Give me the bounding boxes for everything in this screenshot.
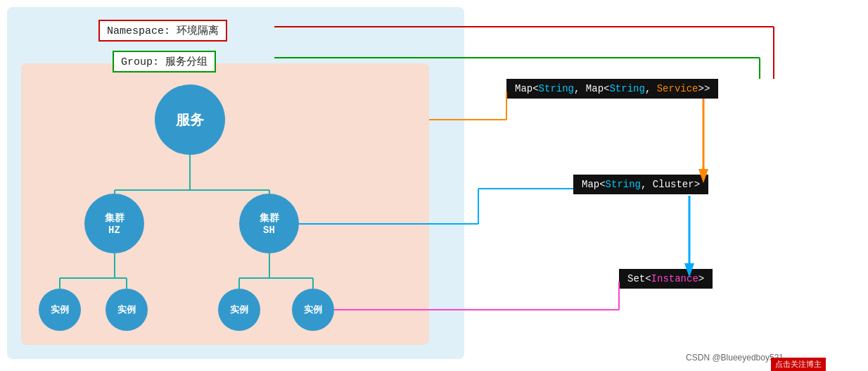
diagram-container: Namespace: 环境隔离 Group: 服务分组 服务 集群 HZ 集群 … [0,0,868,371]
code-box-service: Map<String, Map<String, Service>> [506,79,718,99]
instance-node-2: 实例 [106,289,148,331]
code-box-cluster: Map<String, Cluster> [573,175,708,194]
instance-node-1: 实例 [39,289,81,331]
code-box-instance: Set<Instance> [619,269,713,289]
cluster-sh-node: 集群 SH [239,194,299,253]
cluster-hz-node: 集群 HZ [84,194,144,253]
instance-node-3: 实例 [218,289,260,331]
watermark-badge: 点击关注博主 [771,358,826,371]
namespace-label: Namespace: 环境隔离 [98,20,227,42]
group-label: Group: 服务分组 [113,51,216,73]
watermark-text: CSDN @Blueeyedboy521 [686,353,784,363]
service-node: 服务 [155,84,225,155]
instance-node-4: 实例 [292,289,334,331]
